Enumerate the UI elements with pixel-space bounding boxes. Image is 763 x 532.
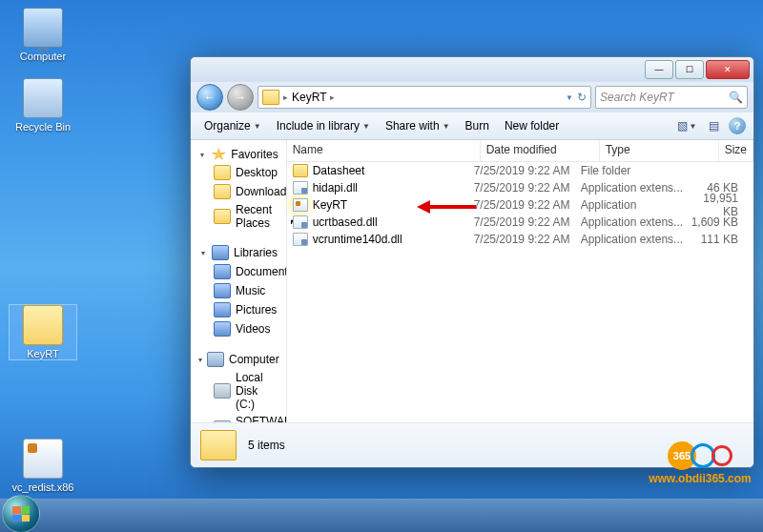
file-type: Application extens... — [581, 181, 688, 194]
desktop-icon-label: Recycle Bin — [10, 121, 76, 133]
file-size: 1,609 KB — [688, 215, 753, 229]
folder-icon — [214, 165, 231, 180]
nav-item-documents[interactable]: Documents — [191, 262, 286, 281]
watermark-ring-icon — [711, 445, 732, 466]
file-date: 7/25/2019 9:22 AM — [474, 181, 581, 194]
file-row[interactable]: hidapi.dll7/25/2019 9:22 AMApplication e… — [287, 179, 753, 196]
videos-icon — [214, 321, 231, 337]
file-row[interactable]: ucrtbased.dll7/25/2019 9:22 AMApplicatio… — [287, 214, 753, 231]
help-button[interactable]: ? — [729, 117, 746, 134]
search-icon: 🔍 — [729, 91, 743, 104]
nav-item-d-drive[interactable]: SOFTWARE (D:) — [191, 413, 286, 422]
desktop-icon-keyrt[interactable]: KeyRT — [10, 305, 76, 359]
file-row[interactable]: Datasheet7/25/2019 9:22 AMFile folder — [287, 162, 753, 179]
file-size: 111 KB — [688, 233, 753, 246]
refresh-button[interactable]: ↻ — [577, 91, 587, 104]
breadcrumb-sep: ▸ — [283, 92, 288, 102]
folder-icon — [214, 209, 231, 224]
nav-item-c-drive[interactable]: Local Disk (C:) — [191, 369, 286, 413]
file-icon — [293, 215, 308, 229]
desktop-icon-computer[interactable]: Computer — [10, 8, 76, 62]
desktop: Computer Recycle Bin KeyRT vc_redist.x86… — [0, 0, 763, 532]
nav-item-desktop[interactable]: Desktop — [191, 163, 286, 182]
desktop-icon-label: vc_redist.x86 — [10, 481, 76, 493]
toolbar: Organize▼ Include in library▼ Share with… — [191, 113, 753, 140]
maximize-button[interactable]: ☐ — [675, 60, 704, 79]
desktop-icon-recycle-bin[interactable]: Recycle Bin — [10, 78, 76, 133]
search-input[interactable]: Search KeyRT 🔍 — [595, 86, 748, 109]
file-row[interactable]: vcruntime140d.dll7/25/2019 9:22 AMApplic… — [287, 231, 753, 248]
titlebar[interactable]: — ☐ ✕ — [191, 57, 753, 82]
file-date: 7/25/2019 9:22 AM — [474, 198, 581, 212]
file-type: File folder — [581, 164, 688, 177]
search-placeholder: Search KeyRT — [600, 91, 674, 104]
file-name: KeyRT — [313, 198, 347, 212]
pictures-icon — [214, 302, 231, 317]
computer-icon — [23, 8, 63, 48]
file-list: Name Date modified Type Size ↖ Datasheet… — [287, 140, 753, 422]
file-name: ucrtbased.dll — [313, 215, 378, 229]
forward-button[interactable]: → — [227, 84, 254, 111]
file-date: 7/25/2019 9:22 AM — [474, 233, 581, 246]
organize-button[interactable]: Organize▼ — [198, 117, 267, 134]
installer-icon — [23, 439, 63, 479]
documents-icon — [214, 264, 231, 279]
status-text: 5 items — [248, 439, 285, 452]
explorer-window: — ☐ ✕ ← → ▸ KeyRT ▸ ▼ ↻ Search KeyRT 🔍 O… — [190, 56, 754, 468]
folder-icon — [200, 430, 237, 460]
taskbar[interactable] — [0, 499, 763, 532]
share-button[interactable]: Share with▼ — [380, 117, 456, 134]
libraries-icon — [212, 245, 229, 260]
desktop-icon-label: KeyRT — [10, 348, 76, 359]
include-button[interactable]: Include in library▼ — [271, 117, 376, 134]
nav-item-recent[interactable]: Recent Places — [191, 201, 286, 232]
minimize-button[interactable]: — — [645, 60, 673, 79]
file-size: 19,951 KB — [688, 192, 753, 218]
file-type: Application extens... — [581, 215, 688, 229]
folder-icon — [214, 184, 231, 199]
nav-item-downloads[interactable]: Downloads — [191, 182, 286, 201]
folder-icon — [23, 305, 63, 345]
file-name: hidapi.dll — [313, 181, 358, 194]
file-date: 7/25/2019 9:22 AM — [474, 215, 581, 229]
new-folder-button[interactable]: New folder — [499, 117, 565, 134]
drive-icon — [214, 383, 231, 399]
file-row[interactable]: KeyRT7/25/2019 9:22 AMApplication19,951 … — [287, 196, 753, 214]
file-type: Application extens... — [581, 233, 688, 246]
nav-item-videos[interactable]: Videos — [191, 319, 286, 338]
file-icon — [293, 233, 308, 246]
computer-icon — [207, 352, 224, 367]
column-headers: Name Date modified Type Size — [287, 140, 753, 162]
nav-item-pictures[interactable]: Pictures — [191, 300, 286, 319]
file-icon — [293, 198, 308, 212]
desktop-icon-label: Computer — [10, 51, 76, 62]
location-text: KeyRT — [292, 91, 326, 104]
start-button[interactable] — [2, 495, 40, 532]
view-button[interactable]: ▧▼ — [675, 116, 698, 135]
file-name: vcruntime140d.dll — [313, 233, 402, 246]
nav-pane: ▾Favorites Desktop Downloads Recent Plac… — [191, 140, 287, 422]
location-field[interactable]: ▸ KeyRT ▸ ▼ ↻ — [258, 86, 591, 109]
back-button[interactable]: ← — [196, 84, 223, 111]
desktop-icon-vcredist[interactable]: vc_redist.x86 — [10, 439, 76, 493]
col-size[interactable]: Size — [719, 140, 753, 161]
windows-logo-icon — [12, 506, 30, 522]
preview-button[interactable]: ▤ — [702, 116, 725, 135]
col-date[interactable]: Date modified — [481, 140, 600, 161]
window-body: ▾Favorites Desktop Downloads Recent Plac… — [191, 140, 753, 422]
file-icon — [293, 164, 308, 177]
nav-item-music[interactable]: Music — [191, 281, 286, 300]
address-bar: ← → ▸ KeyRT ▸ ▼ ↻ Search KeyRT 🔍 — [191, 82, 753, 113]
file-name: Datasheet — [313, 164, 365, 177]
star-icon — [211, 148, 226, 161]
close-button[interactable]: ✕ — [706, 60, 750, 79]
nav-libraries[interactable]: ▾Libraries — [191, 243, 286, 262]
burn-button[interactable]: Burn — [460, 117, 495, 134]
col-type[interactable]: Type — [600, 140, 719, 161]
breadcrumb-sep: ▸ — [330, 92, 335, 102]
watermark: 365 www.obdii365.com — [643, 435, 757, 492]
nav-favorites[interactable]: ▾Favorites — [191, 146, 286, 163]
nav-computer[interactable]: ▾Computer — [191, 350, 286, 369]
col-name[interactable]: Name — [287, 140, 481, 161]
watermark-text: www.obdii365.com — [649, 472, 752, 485]
